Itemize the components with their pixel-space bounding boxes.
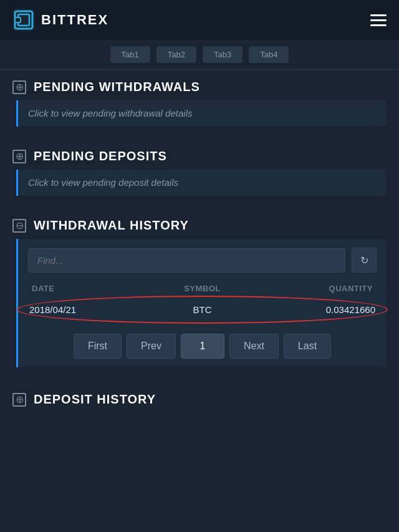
refresh-button[interactable]: ↻ — [352, 248, 377, 273]
deposit-history-section: ⊕ DEPOSIT HISTORY — [0, 382, 399, 417]
app-header: BITTREX — [0, 0, 399, 40]
pending-deposits-section: ⊕ PENDING DEPOSITS Click to view pending… — [0, 139, 399, 206]
bittrex-logo-icon — [12, 9, 35, 31]
withdrawal-history-section: ⊖ WITHDRAWAL HISTORY ↻ DATE SYMBOL QUANT… — [0, 208, 399, 380]
pending-deposits-content: Click to view pending deposit details — [16, 170, 387, 196]
pending-deposits-title: PENDING DEPOSITS — [34, 149, 167, 163]
pending-withdrawals-header[interactable]: ⊕ PENDING WITHDRAWALS — [12, 80, 387, 94]
search-row: ↻ — [28, 248, 377, 273]
pending-withdrawals-hint: Click to view pending withdrawal details — [28, 108, 192, 118]
tab-4[interactable]: Tab4 — [249, 46, 289, 63]
deposit-history-expand-icon: ⊕ — [12, 393, 26, 407]
pending-deposits-hint: Click to view pending deposit details — [28, 177, 178, 188]
prev-page-button[interactable]: Prev — [127, 334, 176, 359]
withdrawal-history-title: WITHDRAWAL HISTORY — [34, 218, 189, 233]
hamburger-line-3 — [370, 24, 387, 26]
first-page-button[interactable]: First — [74, 334, 122, 359]
pending-withdrawals-title: PENDING WITHDRAWALS — [34, 80, 200, 94]
deposit-history-title: DEPOSIT HISTORY — [34, 392, 156, 407]
tab-1[interactable]: Tab1 — [110, 46, 150, 63]
withdrawal-history-header[interactable]: ⊖ WITHDRAWAL HISTORY — [12, 218, 387, 233]
refresh-icon: ↻ — [360, 254, 368, 266]
withdrawal-history-content: ↻ DATE SYMBOL QUANTITY 2018/04/21 BTC 0.… — [16, 239, 387, 367]
table-header: DATE SYMBOL QUANTITY — [28, 281, 377, 298]
last-page-button[interactable]: Last — [284, 334, 331, 359]
withdrawal-history-collapse-icon: ⊖ — [12, 219, 26, 233]
next-page-button[interactable]: Next — [229, 334, 279, 359]
logo-text: BITTREX — [41, 12, 108, 28]
cell-symbol: BTC — [145, 304, 260, 315]
current-page-button[interactable]: 1 — [181, 334, 224, 359]
col-header-symbol: SYMBOL — [145, 284, 259, 293]
cell-date: 2018/04/21 — [29, 304, 145, 315]
search-input[interactable] — [28, 248, 345, 273]
pending-deposits-expand-icon: ⊕ — [12, 150, 26, 163]
pending-withdrawals-expand-icon: ⊕ — [12, 80, 26, 94]
logo: BITTREX — [12, 9, 108, 31]
pagination: First Prev 1 Next Last — [28, 334, 377, 359]
hamburger-menu-button[interactable] — [370, 14, 387, 26]
col-header-date: DATE — [32, 284, 145, 293]
tab-2[interactable]: Tab2 — [156, 46, 196, 63]
pending-withdrawals-section: ⊕ PENDING WITHDRAWALS Click to view pend… — [0, 70, 399, 137]
table-row[interactable]: 2018/04/21 BTC 0.03421660 — [26, 298, 379, 321]
table-row-wrapper: 2018/04/21 BTC 0.03421660 — [26, 298, 379, 321]
tab-bar: Tab1 Tab2 Tab3 Tab4 — [0, 40, 399, 70]
hamburger-line-2 — [370, 19, 387, 21]
cell-quantity: 0.03421660 — [260, 304, 375, 315]
col-header-quantity: QUANTITY — [259, 284, 373, 293]
tab-3[interactable]: Tab3 — [203, 46, 243, 63]
pending-deposits-header[interactable]: ⊕ PENDING DEPOSITS — [12, 149, 387, 163]
hamburger-line-1 — [370, 14, 387, 16]
pending-withdrawals-content: Click to view pending withdrawal details — [16, 100, 387, 127]
deposit-history-header[interactable]: ⊕ DEPOSIT HISTORY — [12, 392, 387, 407]
